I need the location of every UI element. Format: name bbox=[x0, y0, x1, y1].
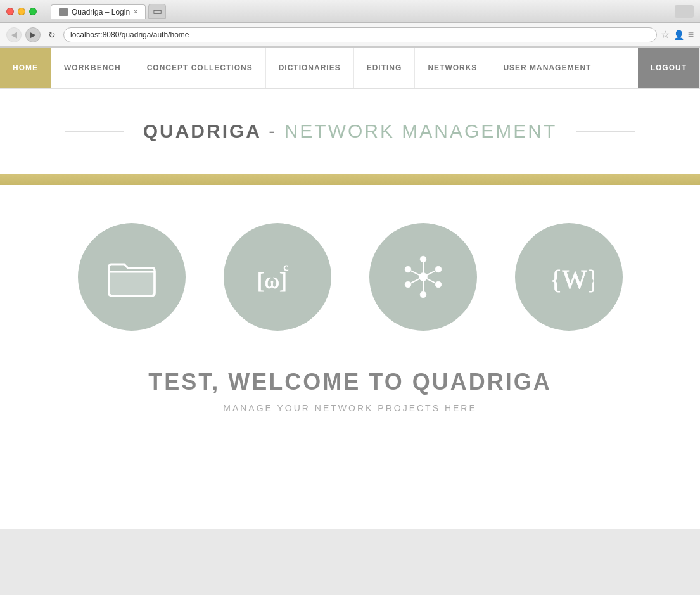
svg-point-7 bbox=[405, 281, 411, 288]
network-circle-icon[interactable] bbox=[369, 223, 477, 331]
active-tab[interactable]: Quadriga – Login × bbox=[51, 4, 146, 19]
minimize-traffic-light[interactable] bbox=[18, 8, 25, 15]
hero-section: QUADRIGA - NETWORK MANAGEMENT bbox=[0, 89, 700, 161]
window-expand-button[interactable] bbox=[675, 5, 694, 18]
browser-tabs: Quadriga – Login × ▭ bbox=[51, 4, 668, 19]
nav-item-logout[interactable]: LOGOUT bbox=[638, 48, 700, 88]
welcome-title: TEST, WELCOME TO QUADRIGA bbox=[13, 369, 687, 395]
svg-point-5 bbox=[435, 281, 442, 288]
svg-point-4 bbox=[435, 266, 442, 272]
footer: © 2013 Digital Innovation Group | Images… bbox=[0, 529, 700, 595]
account-icon[interactable]: 👤 bbox=[673, 30, 684, 40]
workbench-circle-icon[interactable] bbox=[78, 223, 186, 331]
title-bar: Quadriga – Login × ▭ bbox=[0, 0, 700, 23]
folder-icon bbox=[106, 252, 157, 302]
gold-banner bbox=[0, 174, 700, 185]
hero-title-container: QUADRIGA - NETWORK MANAGEMENT bbox=[65, 120, 635, 142]
new-tab-button[interactable]: ▭ bbox=[148, 4, 166, 19]
tab-favicon bbox=[59, 8, 68, 16]
menu-icon[interactable]: ≡ bbox=[688, 29, 694, 41]
concept-circle-icon[interactable]: [ω] c bbox=[224, 223, 331, 331]
maximize-traffic-light[interactable] bbox=[29, 8, 37, 15]
main-navigation: HOME WORKBENCH CONCEPT COLLECTIONS DICTI… bbox=[0, 48, 700, 89]
svg-text:c: c bbox=[283, 260, 288, 273]
forward-button[interactable]: ▶ bbox=[25, 27, 41, 42]
page-wrapper: HOME WORKBENCH CONCEPT COLLECTIONS DICTI… bbox=[0, 48, 700, 529]
concept-icon: [ω] c bbox=[252, 252, 303, 302]
hero-title-strong: QUADRIGA bbox=[143, 120, 262, 141]
address-bar[interactable] bbox=[63, 27, 657, 42]
refresh-button[interactable]: ↻ bbox=[44, 27, 60, 42]
nav-item-user-management[interactable]: USER MANAGEMENT bbox=[490, 48, 604, 88]
svg-text:{W}: {W} bbox=[549, 265, 594, 294]
svg-point-6 bbox=[420, 291, 426, 298]
editing-circle-icon[interactable]: {W} bbox=[515, 223, 623, 331]
nav-item-editing[interactable]: EDITING bbox=[354, 48, 416, 88]
tab-close-button[interactable]: × bbox=[134, 8, 137, 15]
svg-text:[ω]: [ω] bbox=[257, 269, 287, 293]
svg-point-3 bbox=[420, 256, 426, 262]
traffic-lights bbox=[6, 8, 37, 15]
nav-item-home[interactable]: HOME bbox=[0, 48, 51, 88]
tab-title: Quadriga – Login bbox=[72, 8, 130, 16]
back-button[interactable]: ◀ bbox=[6, 27, 22, 42]
hero-title: QUADRIGA - NETWORK MANAGEMENT bbox=[124, 120, 576, 142]
icons-section: [ω] c bbox=[0, 185, 700, 356]
welcome-subtitle: MANAGE YOUR NETWORK PROJECTS HERE bbox=[13, 403, 687, 413]
welcome-section: TEST, WELCOME TO QUADRIGA MANAGE YOUR NE… bbox=[0, 356, 700, 451]
close-traffic-light[interactable] bbox=[6, 8, 14, 15]
browser-chrome: Quadriga – Login × ▭ ◀ ▶ ↻ ☆ 👤 ≡ bbox=[0, 0, 700, 48]
svg-point-8 bbox=[405, 266, 411, 272]
nav-item-concept-collections[interactable]: CONCEPT COLLECTIONS bbox=[134, 48, 266, 88]
nav-item-dictionaries[interactable]: DICTIONARIES bbox=[266, 48, 354, 88]
nav-item-workbench[interactable]: WORKBENCH bbox=[51, 48, 134, 88]
editing-icon: {W} bbox=[544, 252, 594, 302]
bookmark-icon[interactable]: ☆ bbox=[661, 29, 670, 41]
network-icon bbox=[398, 252, 449, 302]
nav-item-networks[interactable]: NETWORKS bbox=[415, 48, 490, 88]
hero-title-accent: NETWORK MANAGEMENT bbox=[284, 120, 557, 141]
nav-bar: ◀ ▶ ↻ ☆ 👤 ≡ bbox=[0, 23, 700, 47]
